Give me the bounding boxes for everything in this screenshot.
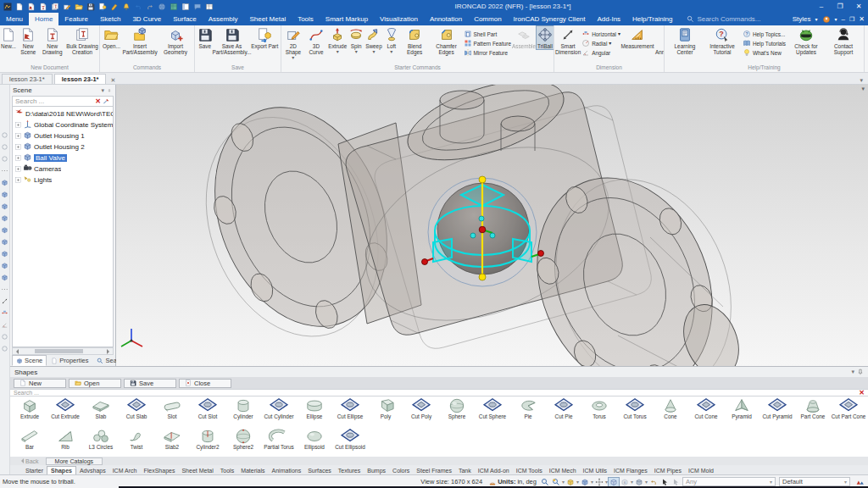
dock-cube[interactable] xyxy=(1,238,8,247)
tree-item-outlet-housing-2[interactable]: Outlet Housing 2 xyxy=(13,141,113,152)
shape-item-ellipse[interactable]: Ellipse xyxy=(297,397,332,428)
qat-grid[interactable] xyxy=(169,2,178,11)
shape-item-cylinder[interactable]: Cylinder xyxy=(225,397,261,428)
catalog-tab-icm-mech[interactable]: ICM Mech xyxy=(546,466,580,474)
shape-item-cut-poly[interactable]: Cut Poly xyxy=(403,397,439,428)
scene-tree-hscrollbar[interactable] xyxy=(12,347,114,355)
qat-export-part[interactable] xyxy=(97,2,107,11)
ribbon-button-open-[interactable]: Open... xyxy=(102,26,121,49)
ribbon-button-insert-part-assembly[interactable]: Insert Part/Assembly xyxy=(123,26,157,55)
dock-circle[interactable] xyxy=(1,345,8,354)
tree-expander-icon[interactable] xyxy=(15,122,21,128)
dock-cube[interactable] xyxy=(1,179,8,188)
catalog-tab-icm-tools[interactable]: ICM Tools xyxy=(513,466,546,474)
tab-overflow-caret-icon[interactable]: ▾ xyxy=(860,77,868,84)
panel-tab-scene[interactable]: Scene xyxy=(12,355,47,366)
catalog-tab-icm-arch[interactable]: ICM Arch xyxy=(109,466,141,474)
search-options-icon[interactable] xyxy=(103,97,110,105)
ribbon-button-measurement[interactable]: Measurement xyxy=(620,26,654,49)
config-combo[interactable]: Default▾ xyxy=(779,477,850,486)
dock-cube[interactable] xyxy=(1,191,8,200)
shape-item-extrude[interactable]: Extrude xyxy=(12,397,47,428)
dock-cube[interactable] xyxy=(1,274,8,283)
command-search[interactable]: Search Commands... xyxy=(687,15,792,23)
session-users-icon[interactable] xyxy=(855,477,865,486)
tree-item-lights[interactable]: Lights xyxy=(13,175,113,186)
shape-item-cylinder2[interactable]: Cylinder2 xyxy=(190,428,225,457)
shape-item-l3-circles[interactable]: L3 Circles xyxy=(83,428,119,457)
ribbon-button-interactive-tutorial[interactable]: ?Interactive Tutorial xyxy=(705,26,739,55)
ribbon-button-text-annotations[interactable]: AText Annotations xyxy=(654,26,664,55)
catalog-tab-icm-add-on[interactable]: ICM Add-on xyxy=(475,466,513,474)
catalog-tab-icm-utils[interactable]: ICM Utils xyxy=(580,466,610,474)
qat-table[interactable] xyxy=(204,2,214,11)
viewport-model[interactable] xyxy=(116,85,868,366)
dock-dim-angular[interactable] xyxy=(1,321,8,330)
qat-style-brush[interactable] xyxy=(109,2,119,11)
dock-cube[interactable] xyxy=(1,214,8,224)
menu-tab-assembly[interactable]: Assembly xyxy=(203,13,244,25)
ribbon-button-loft[interactable]: Loft▾ xyxy=(383,26,400,54)
catalog-tab-sheet-metal[interactable]: Sheet Metal xyxy=(178,466,216,474)
viewport-3d[interactable]: ▾ xyxy=(116,85,868,366)
ribbon-button-new-drawing[interactable]: New Drawing xyxy=(40,26,66,55)
ribbon-button-export-part[interactable]: Export Part xyxy=(250,26,279,49)
minimize-button[interactable]: – xyxy=(812,0,831,13)
scene-panel-caret-icon[interactable]: ▾ xyxy=(99,87,106,94)
shape-item-part-cone[interactable]: Part Cone xyxy=(795,397,831,428)
catalog-tab-starter[interactable]: Starter xyxy=(22,466,47,474)
ribbon-button-blend-edges[interactable]: Blend Edges xyxy=(400,26,430,55)
shape-item-sphere[interactable]: Sphere xyxy=(439,397,475,428)
catalog-tab-icm-flanges[interactable]: ICM Flanges xyxy=(610,466,651,474)
status-camera-cube[interactable] xyxy=(634,478,644,486)
tree-expander-icon[interactable] xyxy=(15,133,21,139)
menu-tab-smart-markup[interactable]: Smart Markup xyxy=(320,13,374,25)
shape-item-rib[interactable]: Rib xyxy=(47,428,83,457)
status-shaded-active[interactable] xyxy=(609,478,619,486)
qat-doc-scene[interactable] xyxy=(26,2,36,11)
ribbon-small-horizontal[interactable]: Horizontal▾ xyxy=(581,30,620,38)
catalog-tab-advshaps[interactable]: Advshaps xyxy=(76,466,109,474)
shape-item-pie[interactable]: Pie xyxy=(510,397,546,428)
qat-bell[interactable] xyxy=(121,2,131,11)
catalog-tab-shapes[interactable]: Shapes xyxy=(47,466,76,474)
shape-item-cut-pyramid[interactable]: Cut Pyramid xyxy=(760,397,795,428)
right-axis-handle[interactable] xyxy=(538,251,544,257)
status-caret-icon[interactable]: ▾ xyxy=(645,480,648,485)
triball-right-handle[interactable] xyxy=(513,239,531,262)
ribbon-button-save-as-part-assembly-[interactable]: Save As Part/Assembly... xyxy=(215,26,249,55)
qat-globe[interactable] xyxy=(157,2,166,11)
status-select-cursor[interactable] xyxy=(659,478,670,486)
tree-expander-icon[interactable] xyxy=(15,166,21,172)
ribbon-button-triball[interactable]: TriBall xyxy=(537,26,554,49)
ribbon-button-new-scene[interactable]: New Scene xyxy=(17,26,40,55)
catalog-new-button[interactable]: New xyxy=(14,379,66,388)
dock-cube[interactable] xyxy=(1,250,8,259)
dock-cube[interactable] xyxy=(1,262,8,271)
document-tab-close-icon[interactable]: ✕ xyxy=(106,77,120,84)
close-button[interactable]: ✕ xyxy=(849,0,868,13)
shape-item-cut-ellipse[interactable]: Cut Ellipse xyxy=(332,397,368,428)
status-select-cursor-dim[interactable] xyxy=(670,478,681,486)
dock-dim-horizontal[interactable] xyxy=(1,309,8,319)
menu-tab-visualization[interactable]: Visualization xyxy=(374,13,424,25)
catalog-tab-icm-mold[interactable]: ICM Mold xyxy=(685,466,717,474)
ribbon-button-import-geometry[interactable]: Import Geometry xyxy=(159,26,192,55)
status-render-mode[interactable]: 6 xyxy=(620,478,630,486)
menu-tab-home[interactable]: Home xyxy=(29,13,58,25)
dock-circle[interactable] xyxy=(1,333,8,342)
shape-item-cut-cylinder[interactable]: Cut Cylinder xyxy=(261,397,297,428)
ribbon-button-save[interactable]: Save xyxy=(197,26,214,49)
ribbon-button-extrude[interactable]: Extrude▾ xyxy=(327,26,348,54)
tree-item-outlet-housing-1[interactable]: Outlet Housing 1 xyxy=(13,130,113,141)
status-zoom-window[interactable] xyxy=(540,478,550,486)
catalog-tab-icm-pipes[interactable]: ICM Pipes xyxy=(651,466,685,474)
ribbon-small-mirror-feature[interactable]: Mirror Feature xyxy=(464,48,511,57)
shape-item-poly[interactable]: Poly xyxy=(368,397,403,428)
triball-center-point[interactable] xyxy=(479,226,486,233)
status-caret-icon[interactable]: ▾ xyxy=(631,480,633,485)
catalog-tab-bumps[interactable]: Bumps xyxy=(364,466,389,474)
left-axis-handle[interactable] xyxy=(422,259,428,265)
qat-undo[interactable] xyxy=(133,2,142,11)
shape-item-cut-sphere[interactable]: Cut Sphere xyxy=(475,397,510,428)
